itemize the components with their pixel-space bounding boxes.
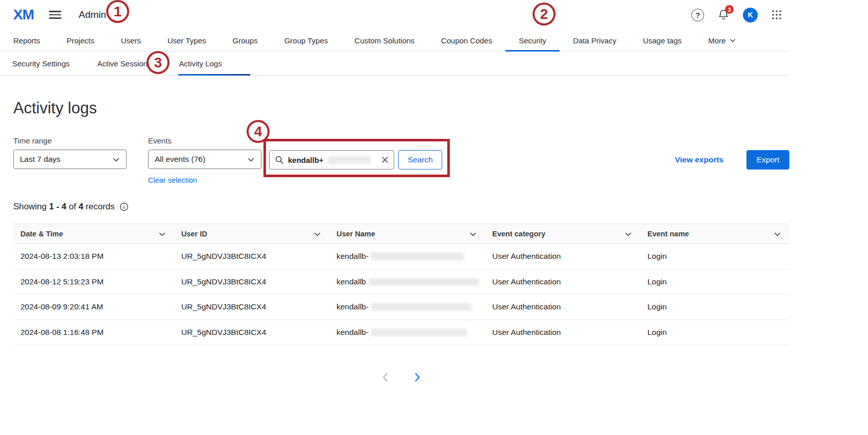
- cell-event-category: User Authentication: [485, 328, 640, 337]
- nav-tab-security[interactable]: Security: [505, 30, 560, 51]
- app-grid-icon[interactable]: [771, 9, 782, 20]
- column-header-user-name[interactable]: User Name: [329, 230, 485, 238]
- cell-event-name: Login: [640, 302, 789, 311]
- nav-tab-users[interactable]: Users: [108, 30, 154, 51]
- nav-tab-user-types[interactable]: User Types: [154, 30, 220, 51]
- security-subnav: Security Settings Active Sessions Activi…: [0, 52, 789, 76]
- table-row[interactable]: 2024-08-08 1:16:48 PM UR_5gNDVJ3BtC8ICX4…: [13, 320, 789, 346]
- chevron-down-icon: [729, 37, 736, 44]
- hamburger-menu-icon[interactable]: [49, 11, 61, 18]
- cell-date-time: 2024-08-13 2:03:18 PM: [13, 252, 174, 261]
- chevron-down-icon: [774, 230, 781, 238]
- column-header-event-name[interactable]: Event name: [640, 230, 789, 238]
- subnav-tab-activity-logs[interactable]: Activity Logs: [165, 52, 235, 75]
- time-range-filter: Time range Last 7 days: [13, 136, 127, 169]
- redacted-text: [371, 303, 471, 311]
- cell-user-name: kendallb-: [329, 252, 485, 261]
- events-select[interactable]: All events (76): [148, 150, 261, 169]
- annotation-step-3: 3: [147, 51, 170, 74]
- chevron-down-icon: [469, 230, 477, 238]
- cell-user-name: kendallb-: [329, 302, 485, 311]
- nav-tab-custom-solutions[interactable]: Custom Solutions: [341, 30, 428, 51]
- nav-tab-group-types[interactable]: Group Types: [271, 30, 342, 51]
- cell-date-time: 2024-08-09 9:20:41 AM: [13, 302, 174, 311]
- nav-tab-groups[interactable]: Groups: [219, 30, 271, 51]
- primary-nav: Reports Projects Users User Types Groups…: [0, 30, 789, 52]
- export-button[interactable]: Export: [746, 150, 789, 170]
- table-header-row: Date & Time User ID User Name Event cate…: [13, 224, 789, 244]
- cell-user-id: UR_5gNDVJ3BtC8ICX4: [174, 328, 329, 337]
- time-range-label: Time range: [13, 136, 127, 145]
- annotation-step-2: 2: [533, 3, 556, 26]
- nav-tab-usage-tags[interactable]: Usage tags: [630, 30, 695, 51]
- records-summary: Showing 1 - 4 of 4 records: [13, 202, 789, 212]
- cell-event-category: User Authentication: [485, 302, 640, 311]
- nav-tab-coupon-codes[interactable]: Coupon Codes: [428, 30, 505, 51]
- chevron-down-icon: [314, 230, 321, 238]
- redacted-text: [369, 278, 479, 286]
- info-icon[interactable]: [119, 202, 129, 211]
- records-summary-text: Showing 1 - 4 of 4 records: [13, 202, 115, 212]
- topbar-actions: ? 3 K: [691, 8, 789, 22]
- chevron-down-icon: [624, 230, 632, 238]
- table-row[interactable]: 2024-08-09 9:20:41 AM UR_5gNDVJ3BtC8ICX4…: [13, 295, 789, 320]
- clear-selection-link[interactable]: Clear selection: [148, 176, 261, 184]
- redacted-text: [371, 328, 467, 336]
- column-header-date-time[interactable]: Date & Time: [13, 230, 174, 238]
- cell-event-name: Login: [640, 252, 789, 261]
- subnav-tab-security-settings[interactable]: Security Settings: [0, 52, 84, 75]
- cell-event-name: Login: [640, 277, 789, 286]
- help-icon[interactable]: ?: [691, 9, 704, 21]
- nav-tab-more[interactable]: More: [695, 30, 750, 51]
- chevron-down-icon: [247, 156, 255, 163]
- chevron-down-icon: [158, 230, 166, 238]
- view-exports-link[interactable]: View exports: [675, 155, 724, 164]
- annotation-step-4: 4: [247, 120, 270, 143]
- cell-user-id: UR_5gNDVJ3BtC8ICX4: [174, 302, 329, 311]
- notification-count-badge: 3: [725, 5, 734, 14]
- annotation-step-1: 1: [106, 0, 129, 23]
- table-row[interactable]: 2024-08-13 2:03:18 PM UR_5gNDVJ3BtC8ICX4…: [13, 244, 789, 270]
- admin-app: XM Admin ? 3 K Reports P: [0, 0, 789, 386]
- table-row[interactable]: 2024-08-12 5:19:23 PM UR_5gNDVJ3BtC8ICX4…: [13, 270, 789, 295]
- cell-event-name: Login: [640, 328, 789, 337]
- cell-user-id: UR_5gNDVJ3BtC8ICX4: [174, 277, 329, 286]
- pagination: [13, 369, 789, 386]
- cell-event-category: User Authentication: [485, 277, 640, 286]
- xm-logo: XM: [13, 7, 34, 23]
- next-page-icon[interactable]: [408, 369, 426, 386]
- annotation-rectangle-search: [263, 139, 450, 177]
- column-header-event-category[interactable]: Event category: [485, 230, 640, 238]
- page-context-title: Admin: [79, 9, 106, 20]
- previous-page-icon[interactable]: [377, 369, 394, 386]
- cell-user-name: kendallb: [329, 277, 485, 286]
- cell-event-category: User Authentication: [485, 252, 640, 261]
- cell-user-id: UR_5gNDVJ3BtC8ICX4: [174, 252, 329, 261]
- column-header-user-id[interactable]: User ID: [174, 230, 329, 238]
- export-actions: View exports Export: [675, 150, 789, 170]
- nav-tab-data-privacy[interactable]: Data Privacy: [560, 30, 630, 51]
- nav-tab-reports[interactable]: Reports: [0, 30, 54, 51]
- events-label: Events: [148, 136, 261, 145]
- chevron-down-icon: [112, 156, 120, 163]
- redacted-text: [371, 252, 464, 260]
- time-range-select[interactable]: Last 7 days: [13, 150, 127, 169]
- page-title: Activity logs: [13, 99, 789, 117]
- nav-tab-projects[interactable]: Projects: [54, 30, 108, 51]
- avatar[interactable]: K: [743, 8, 758, 22]
- activity-logs-table: Date & Time User ID User Name Event cate…: [13, 224, 789, 345]
- cell-date-time: 2024-08-12 5:19:23 PM: [13, 277, 174, 286]
- cell-date-time: 2024-08-08 1:16:48 PM: [13, 328, 174, 337]
- events-filter: Events All events (76) Clear selection: [148, 136, 261, 184]
- cell-user-name: kendallb-: [329, 328, 485, 337]
- notifications-button[interactable]: 3: [717, 9, 730, 21]
